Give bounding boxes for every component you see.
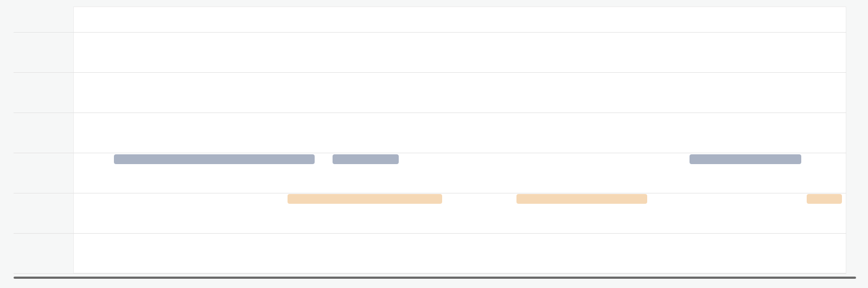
event-bar-hypopnea-3[interactable] (690, 154, 801, 164)
row-divider (14, 233, 846, 234)
event-bar-hypopnea-1[interactable] (114, 154, 315, 164)
timeline-scrollbar[interactable] (14, 277, 856, 279)
event-bar-hypopnea-2[interactable] (333, 154, 399, 164)
row-divider (14, 32, 846, 33)
row-divider (14, 273, 846, 274)
event-bar-desaturation-1[interactable] (288, 194, 442, 204)
row-divider (14, 193, 846, 193)
row-divider (14, 112, 846, 113)
event-bar-desaturation-2[interactable] (516, 194, 647, 204)
event-bar-desaturation-3[interactable] (807, 194, 842, 204)
sleep-study-viewer (0, 0, 868, 288)
position-segment-supine[interactable] (117, 14, 676, 23)
row-divider (14, 153, 846, 153)
row-divider (14, 72, 846, 73)
position-segment-right[interactable] (676, 14, 840, 23)
